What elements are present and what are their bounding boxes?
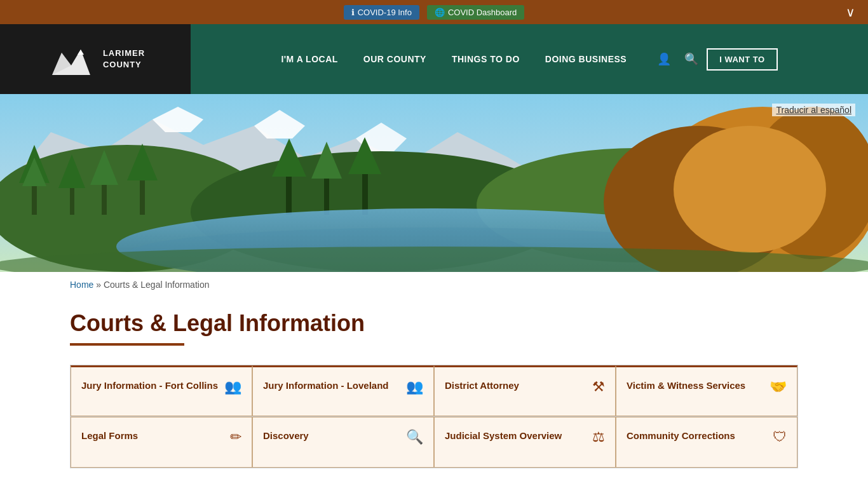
card-label-district-attorney: District Attorney [445, 379, 586, 392]
svg-rect-25 [362, 169, 368, 215]
card-label-community-corrections: Community Corrections [627, 429, 766, 442]
card-jury-loveland[interactable]: Jury Information - Loveland 👥 [252, 365, 434, 416]
nav-icons-group: 👤 🔍 I WANT TO [652, 48, 777, 71]
covid-dashboard-button[interactable]: 🌐 COVID Dashboard [427, 5, 524, 20]
breadcrumb-current: Courts & Legal Information [104, 280, 210, 290]
info-icon: ℹ [351, 8, 355, 17]
nav-im-a-local[interactable]: I'M A LOCAL [281, 54, 337, 64]
svg-rect-21 [286, 170, 292, 215]
card-icon-discovery: 🔍 [406, 429, 423, 445]
logo-text: LARIMER COUNTY [103, 48, 145, 71]
card-label-victim-witness: Victim & Witness Services [627, 379, 763, 392]
card-label-jury-loveland: Jury Information - Loveland [263, 379, 400, 392]
page-title: Courts & Legal Information [70, 310, 798, 337]
nav-doing-business[interactable]: DOING BUSINESS [545, 54, 627, 64]
title-underline [70, 343, 184, 346]
card-icon-jury-loveland: 👥 [406, 379, 423, 395]
svg-rect-23 [324, 173, 329, 215]
card-discovery[interactable]: Discovery 🔍 [252, 417, 434, 468]
dashboard-icon: 🌐 [435, 8, 445, 17]
card-icon-legal-forms: ✏ [230, 429, 241, 445]
svg-rect-19 [140, 175, 145, 215]
banner-chevron-icon[interactable]: ∨ [846, 4, 855, 20]
card-icon-victim-witness: 🤝 [770, 379, 787, 395]
hero-landscape [0, 94, 868, 272]
card-icon-community-corrections: 🛡 [773, 429, 787, 445]
card-community-corrections[interactable]: Community Corrections 🛡 [616, 417, 797, 468]
card-icon-judicial-overview: ⚖ [592, 429, 605, 445]
covid-banner: ℹ COVID-19 Info 🌐 COVID Dashboard ∨ [0, 0, 868, 24]
i-want-to-button[interactable]: I WANT TO [707, 48, 777, 71]
card-judicial-overview[interactable]: Judicial System Overview ⚖ [434, 417, 616, 468]
card-district-attorney[interactable]: District Attorney ⚒ [434, 365, 616, 416]
translate-link[interactable]: Traducir al español [772, 104, 855, 116]
cards-grid-row1: Jury Information - Fort Collins 👥 Jury I… [70, 365, 798, 417]
svg-point-32 [674, 126, 826, 253]
logo-area: LARIMER COUNTY [0, 24, 191, 94]
card-label-judicial-overview: Judicial System Overview [445, 429, 586, 442]
card-victim-witness[interactable]: Victim & Witness Services 🤝 [616, 365, 797, 416]
main-nav: I'M A LOCAL OUR COUNTY THINGS TO DO DOIN… [191, 24, 868, 94]
hero-banner: Traducir al español WEBSITE FEEDBACK [0, 94, 868, 272]
logo-mountain-icon [46, 37, 97, 81]
card-label-legal-forms: Legal Forms [81, 429, 224, 442]
card-label-jury-fort-collins: Jury Information - Fort Collins [81, 379, 218, 392]
cards-grid-row2: Legal Forms ✏ Discovery 🔍 Judicial Syste… [70, 417, 798, 468]
card-legal-forms[interactable]: Legal Forms ✏ [71, 417, 252, 468]
svg-rect-17 [102, 180, 107, 215]
breadcrumb-home-link[interactable]: Home [70, 280, 93, 290]
covid-info-button[interactable]: ℹ COVID-19 Info [344, 5, 419, 20]
site-header: LARIMER COUNTY I'M A LOCAL OUR COUNTY TH… [0, 24, 868, 94]
card-icon-district-attorney: ⚒ [592, 379, 605, 395]
card-icon-jury-fort-collins: 👥 [224, 379, 241, 395]
search-icon-button[interactable]: 🔍 [679, 49, 703, 69]
card-jury-fort-collins[interactable]: Jury Information - Fort Collins 👥 [71, 365, 252, 416]
breadcrumb-separator: » [96, 280, 104, 290]
breadcrumb: Home » Courts & Legal Information [0, 272, 868, 297]
account-icon-button[interactable]: 👤 [652, 49, 676, 69]
nav-our-county[interactable]: OUR COUNTY [363, 54, 426, 64]
nav-things-to-do[interactable]: THINGS TO DO [452, 54, 520, 64]
page-content: Courts & Legal Information Jury Informat… [0, 297, 868, 488]
card-label-discovery: Discovery [263, 429, 400, 442]
